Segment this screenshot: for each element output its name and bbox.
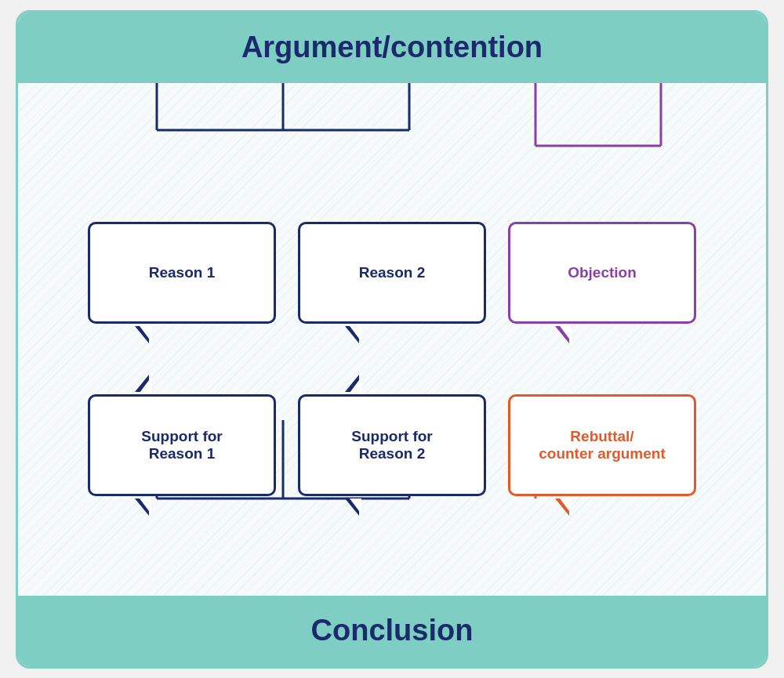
boxes-container: Reason 1 Support for Reason 1 Re [18, 83, 766, 596]
objection-box: Objection [508, 222, 696, 324]
col-2: Reason 2 Support for Reason 2 [298, 222, 486, 496]
reason1-box: Reason 1 [88, 222, 276, 324]
support2-box: Support for Reason 2 [298, 394, 486, 496]
support1-tail-up [135, 375, 149, 392]
reason1-wrap: Reason 1 [88, 222, 276, 324]
bottom-band: Conclusion [18, 596, 766, 666]
header-title: Argument/contention [241, 31, 543, 64]
col-3: Objection Rebuttal/ counter argument [508, 222, 696, 496]
reason2-tail [345, 326, 359, 343]
support1-wrap: Support for Reason 1 [88, 394, 276, 496]
reason2-box: Reason 2 [298, 222, 486, 324]
top-band: Argument/contention [18, 13, 766, 83]
support1-box: Support for Reason 1 [88, 394, 276, 496]
objection-wrap: Objection [508, 222, 696, 324]
rebuttal-box: Rebuttal/ counter argument [508, 394, 696, 496]
support2-tail-up [345, 375, 359, 392]
objection-tail [555, 326, 569, 343]
reason1-tail [135, 326, 149, 343]
rebuttal-wrap: Rebuttal/ counter argument [508, 394, 696, 496]
support2-tail-down [345, 499, 359, 516]
reason2-wrap: Reason 2 [298, 222, 486, 324]
footer-title: Conclusion [311, 614, 474, 647]
support2-wrap: Support for Reason 2 [298, 394, 486, 496]
rebuttal-tail-down [555, 499, 569, 516]
col-1: Reason 1 Support for Reason 1 [88, 222, 276, 496]
support1-tail-down [135, 499, 149, 516]
outer-frame: Argument/contention Conclusion [16, 10, 768, 669]
